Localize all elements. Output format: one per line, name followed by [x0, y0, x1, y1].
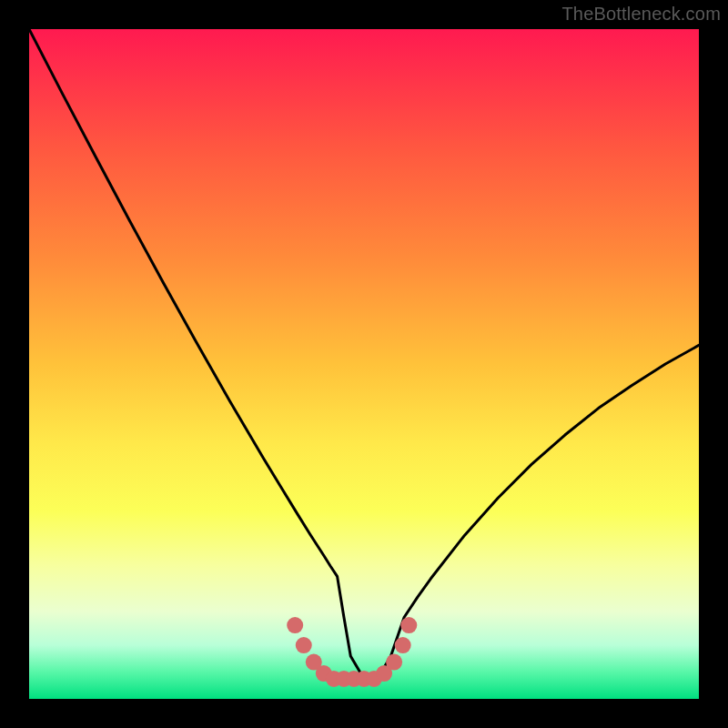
chart-svg	[29, 29, 699, 699]
curve-path	[29, 29, 699, 679]
curve-series	[29, 29, 699, 679]
chart-frame: TheBottleneck.com	[0, 0, 728, 728]
highlight-dot	[395, 637, 411, 653]
highlight-dot	[400, 617, 417, 633]
highlight-dot	[296, 637, 312, 653]
chart-plot-area	[29, 29, 699, 699]
watermark-text: TheBottleneck.com	[561, 4, 721, 25]
highlight-dot	[287, 617, 303, 633]
highlight-dot	[386, 654, 402, 671]
highlight-dots-series	[287, 617, 417, 687]
